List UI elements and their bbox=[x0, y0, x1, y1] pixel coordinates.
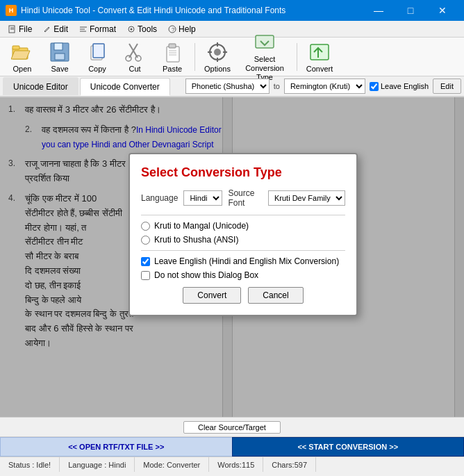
toolbar-separator-2 bbox=[297, 43, 297, 71]
toolbar: Open Save Copy Cut Paste Options Se bbox=[0, 38, 464, 76]
help-icon: ? bbox=[168, 25, 176, 33]
svg-text:?: ? bbox=[172, 26, 175, 33]
bottom-bar: Clear Source/Target << OPEN RTF/TXT FILE… bbox=[0, 417, 464, 457]
copy-icon bbox=[86, 41, 108, 63]
svg-point-7 bbox=[131, 28, 133, 30]
minimize-button[interactable]: — bbox=[363, 0, 395, 21]
svg-rect-21 bbox=[167, 47, 179, 62]
select-conversion-icon bbox=[254, 31, 276, 54]
modal-overlay: Select Conversion Type Language Hindi So… bbox=[0, 97, 464, 417]
modal-do-not-show-checkbox[interactable] bbox=[141, 271, 150, 280]
menu-format[interactable]: Format bbox=[74, 21, 122, 37]
tab-unicode-editor[interactable]: Unicode Editor bbox=[3, 77, 78, 95]
open-button[interactable]: Open bbox=[4, 40, 40, 74]
save-button[interactable]: Save bbox=[42, 40, 78, 74]
status-words: Words:115 bbox=[209, 457, 263, 472]
open-icon bbox=[11, 41, 33, 63]
source-font-modal-select[interactable]: Kruti Dev Family bbox=[268, 190, 345, 206]
copy-button[interactable]: Copy bbox=[79, 40, 115, 74]
select-conversion-modal: Select Conversion Type Language Hindi So… bbox=[129, 153, 358, 316]
app-icon: H bbox=[6, 5, 17, 16]
menu-file-label: File bbox=[19, 24, 32, 34]
menu-tools-label: Tools bbox=[138, 24, 157, 34]
modal-buttons: Convert Cancel bbox=[141, 287, 345, 304]
modal-cancel-button[interactable]: Cancel bbox=[248, 287, 303, 304]
convert-icon bbox=[308, 41, 331, 63]
paste-button[interactable]: Paste bbox=[154, 40, 190, 74]
menu-file[interactable]: File bbox=[3, 21, 38, 37]
window-controls: — □ ✕ bbox=[363, 0, 458, 21]
file-icon bbox=[8, 25, 17, 33]
leave-english-checkbox-group: Leave English bbox=[370, 82, 429, 91]
status-language: Language : Hindi bbox=[60, 457, 135, 472]
svg-rect-13 bbox=[54, 43, 63, 50]
language-label: Language bbox=[141, 193, 178, 203]
svg-rect-16 bbox=[93, 44, 104, 58]
svg-point-20 bbox=[135, 56, 141, 61]
edit-button[interactable]: Edit bbox=[433, 79, 461, 94]
cut-button[interactable]: Cut bbox=[117, 40, 153, 74]
clear-source-target-button[interactable]: Clear Source/Target bbox=[183, 421, 281, 434]
convert-button[interactable]: Convert bbox=[301, 40, 338, 74]
svg-rect-11 bbox=[13, 46, 19, 49]
file-action-row: << OPEN RTF/TXT FILE >> << START CONVERS… bbox=[0, 437, 464, 457]
menu-help[interactable]: ? Help bbox=[163, 21, 201, 37]
kruti-to-mangal-label: Kruti to Mangal (Unicode) bbox=[154, 221, 249, 231]
options-icon bbox=[206, 41, 229, 63]
source-font-label: Source Font bbox=[228, 188, 263, 208]
select-conversion-button[interactable]: Select Conversion Type bbox=[237, 40, 292, 74]
status-chars: Chars:597 bbox=[263, 457, 316, 472]
modal-divider-2 bbox=[141, 250, 345, 251]
kruti-to-mangal-radio[interactable] bbox=[141, 222, 150, 231]
tools-icon bbox=[127, 25, 135, 33]
menu-help-label: Help bbox=[179, 24, 196, 34]
title-bar: H Hindi Unicode Tool - Convert & Edit Hi… bbox=[0, 0, 464, 21]
modal-radio-1-row: Kruti to Mangal (Unicode) bbox=[141, 221, 345, 231]
modal-radio-2-row: Kruti to Shusha (ANSI) bbox=[141, 235, 345, 245]
leave-english-checkbox[interactable] bbox=[370, 82, 379, 91]
clear-button-row: Clear Source/Target bbox=[0, 418, 464, 437]
modal-leave-english-label: Leave English (Hindi and English Mix Con… bbox=[154, 256, 339, 266]
kruti-to-shusha-radio[interactable] bbox=[141, 236, 150, 245]
maximize-button[interactable]: □ bbox=[395, 0, 426, 21]
edit-icon bbox=[43, 25, 51, 33]
menu-format-label: Format bbox=[90, 24, 116, 34]
status-bar: Status : Idle! Language : Hindi Mode: Co… bbox=[0, 457, 464, 472]
tab-unicode-converter[interactable]: Unicode Converter bbox=[80, 78, 170, 96]
svg-rect-22 bbox=[169, 44, 176, 48]
modal-convert-button[interactable]: Convert bbox=[183, 287, 241, 304]
menu-bar: File Edit Format Tools ? Help bbox=[0, 21, 464, 38]
svg-rect-14 bbox=[55, 54, 65, 60]
svg-point-19 bbox=[126, 56, 131, 61]
cut-icon bbox=[124, 41, 146, 63]
main-content: 1. वह वास्तव में 3 मीटर और 26 सेंटीमीटर … bbox=[0, 97, 464, 417]
modal-leave-english-checkbox[interactable] bbox=[141, 257, 150, 266]
source-font-select[interactable]: Phonetic (Shusha) bbox=[185, 79, 270, 94]
to-arrow-label: to bbox=[274, 82, 280, 90]
converter-controls: Phonetic (Shusha) to Remington (Kruti) L… bbox=[185, 79, 461, 94]
start-conversion-button[interactable]: << START CONVERSION >> bbox=[232, 437, 465, 457]
title-bar-left: H Hindi Unicode Tool - Convert & Edit Hi… bbox=[6, 5, 285, 16]
leave-english-label: Leave English bbox=[381, 82, 429, 90]
modal-divider-1 bbox=[141, 215, 345, 215]
toolbar-separator-1 bbox=[194, 43, 195, 71]
close-button[interactable]: ✕ bbox=[426, 0, 458, 21]
language-select[interactable]: Hindi bbox=[183, 190, 222, 206]
title-text: Hindi Unicode Tool - Convert & Edit Hind… bbox=[21, 6, 285, 15]
status-mode: Mode: Converter bbox=[135, 457, 209, 472]
svg-point-27 bbox=[214, 49, 221, 56]
menu-tools[interactable]: Tools bbox=[122, 21, 163, 37]
paste-icon bbox=[161, 41, 183, 63]
modal-title: Select Conversion Type bbox=[141, 165, 345, 180]
open-rtf-button[interactable]: << OPEN RTF/TXT FILE >> bbox=[0, 437, 232, 457]
tab-bar: Unicode Editor Unicode Converter Phoneti… bbox=[0, 76, 464, 97]
modal-do-not-show-row: Do not show this Dialog Box bbox=[141, 270, 345, 280]
modal-leave-english-row: Leave English (Hindi and English Mix Con… bbox=[141, 256, 345, 266]
modal-do-not-show-label: Do not show this Dialog Box bbox=[154, 270, 258, 280]
format-icon bbox=[79, 25, 88, 33]
target-font-select[interactable]: Remington (Kruti) bbox=[284, 79, 365, 94]
status-idle: Status : Idle! bbox=[0, 457, 60, 472]
menu-edit[interactable]: Edit bbox=[38, 21, 74, 37]
options-button[interactable]: Options bbox=[199, 40, 235, 74]
modal-language-row: Language Hindi Source Font Kruti Dev Fam… bbox=[141, 188, 345, 208]
